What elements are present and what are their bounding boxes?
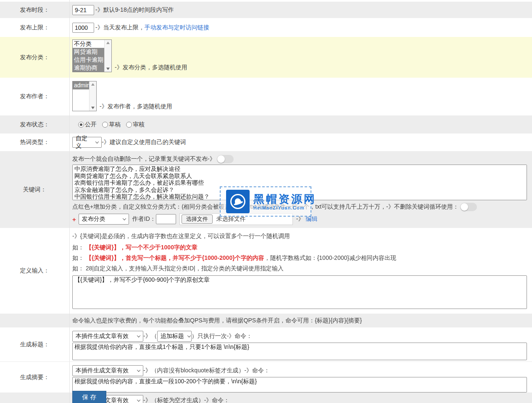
chevron-down-icon [137, 334, 140, 337]
watermark-subtitle: HeiMaoZiYuan.Com [253, 205, 316, 210]
chevron-down-icon [137, 368, 140, 372]
radio-icon[interactable] [126, 122, 132, 128]
radio-review-label: 审核 [133, 121, 145, 128]
define-input-line1: -》{关键词}是必须的，生成内容字数也在这里定义，可以设置多个一行一个随机调用 [72, 233, 532, 240]
hotword-type-desc: -》建议自定义使用自己的关键词 [102, 139, 186, 146]
hat-icon [228, 191, 248, 212]
row-publish-limit: 发布上限： -》当天发布上限， 手动发布与定时访问链接 [0, 18, 532, 37]
example1-red-text: 【{关键词}】，写一个不少于1000字的文章 [86, 244, 198, 251]
radio-public[interactable]: 公开 [78, 121, 97, 128]
radio-checked-icon[interactable] [78, 122, 84, 128]
example2-red-text: 【{关键词}】，首先写一个标题，并写不少于{1000-2000}个字的内容 [86, 254, 264, 261]
publish-category-label: 发布分类： [0, 37, 69, 78]
row-publish-author: 发布作者： admin -》发布作者，多选随机使用 [0, 78, 532, 115]
publish-author-label: 发布作者： [0, 78, 69, 115]
row-gen-title: 生成标题： 本插件生成文章有效 -》（ 追加标题 ）只执行一次-》命令： [0, 327, 532, 362]
row-define-input: 定义输入： -》{关键词}是必须的，生成内容字数也在这里定义，可以设置多个一行一… [0, 228, 532, 314]
publish-author-desc: -》发布作者，多选随机使用 [100, 103, 172, 110]
publish-time-desc: -》默认9-18点的时间段内写作 [95, 6, 174, 14]
publish-limit-label: 发布上限： [0, 18, 69, 37]
gen-title-append-select[interactable]: 追加标题 [157, 331, 192, 342]
gen-title-pre: -》（ [143, 332, 157, 340]
publish-limit-input[interactable] [72, 23, 94, 33]
keywords-label: 关键词： [0, 151, 69, 228]
watermark-logo [226, 190, 250, 213]
gen-abstract-command-textarea[interactable] [72, 377, 527, 393]
category-option-selected[interactable]: 网贷逾期 [73, 48, 104, 56]
row-banner: 命令输入也是按字收费的，每个功能都会叠加QPS与费用，请根据QPS条件开启，命令… [0, 314, 532, 327]
gen-title-label: 生成标题： [0, 327, 69, 361]
define-input-example1: 如： 【{关键词}】，写一个不少于1000字的文章 [72, 244, 532, 251]
define-input-example2: 如： 【{关键词}】，首先写一个标题，并写不少于{1000-2000}个字的内容… [72, 254, 532, 262]
manual-publish-link[interactable]: 手动发布与定时访问链接 [145, 24, 209, 31]
define-input-example3: 如： 28|自定义输入，支持输入开头指定分类ID|，指定分类的关键词使用指定输入 [72, 265, 532, 272]
define-input-label: 定义输入： [0, 228, 69, 314]
scroll-down-icon[interactable] [91, 107, 95, 109]
category-option-selected[interactable]: 信用卡逾期 [73, 56, 104, 64]
gen-abstract-mode-value: 本插件生成文章有效 [76, 367, 129, 374]
row-publish-time: 发布时段： -》默认9-18点的时间段内写作 [0, 2, 532, 18]
author-option-selected[interactable]: admin [73, 81, 89, 89]
listbox-scrollbar[interactable] [89, 81, 96, 111]
qps-banner-text: 命令输入也是按字收费的，每个功能都会叠加QPS与费用，请根据QPS条件开启，命令… [72, 317, 362, 324]
radio-icon[interactable] [102, 122, 108, 128]
scroll-down-icon[interactable] [106, 68, 110, 70]
chevron-down-icon [95, 140, 99, 143]
radio-draft-label: 草稿 [109, 121, 121, 128]
chevron-down-icon [123, 217, 126, 220]
settings-page: 发布时段： -》默认9-18点的时间段内写作 发布上限： -》当天发布上限， 手… [0, 0, 532, 403]
row-hotword-type: 热词类型： 自定义 -》建议自定义使用自己的关键词 [0, 133, 532, 151]
author-id-input[interactable] [156, 214, 176, 224]
keywords-toggle1-text: 发布一个就会自动删除一个，记录重复关键词不发布-》 [72, 155, 216, 163]
keyword-loop-toggle[interactable] [460, 203, 477, 211]
watermark-box: 黑帽资源网 HeiMaoZiYuan.Com [220, 186, 311, 217]
gen-title-post: ）只执行一次-》命令： [192, 332, 253, 340]
gen-tag-post: -》（标签为空才生成）-》命令： [143, 397, 229, 403]
radio-review[interactable]: 审核 [126, 121, 145, 128]
row-publish-status: 发布状态： 公开 草稿 审核 [0, 115, 532, 133]
hotword-type-value: 自定义 [76, 135, 92, 150]
gen-title-mode-value: 本插件生成文章有效 [76, 332, 129, 340]
row-gen-abstract: 生成摘要： 本插件生成文章有效 -》（内容没有blockquote标签才生成）-… [0, 362, 532, 393]
author-id-label: 作者ID： [132, 215, 156, 223]
keyword-category-select[interactable]: 发布分类 [79, 214, 129, 225]
hotword-type-label: 热词类型： [0, 133, 69, 151]
gen-abstract-post: -》（内容没有blockquote标签才生成）-》命令： [143, 367, 270, 374]
scroll-up-icon[interactable] [106, 42, 110, 44]
gen-title-command-textarea[interactable] [72, 343, 527, 360]
listbox-scrollbar[interactable] [104, 40, 111, 72]
radio-public-label: 公开 [85, 121, 97, 128]
publish-category-listbox[interactable]: 不分类 网贷逾期 信用卡逾期 逾期协商 [72, 39, 112, 72]
gen-title-mode-select[interactable]: 本插件生成文章有效 [72, 331, 143, 342]
category-option-selected[interactable]: 逾期协商 [73, 64, 104, 72]
publish-status-label: 发布状态： [0, 115, 69, 133]
publish-category-desc: -》发布分类，多选随机使用 [115, 64, 187, 71]
keyword-category-value: 发布分类 [82, 215, 105, 223]
add-category-button[interactable]: + [72, 216, 76, 223]
watermark-title: 黑帽资源网 [253, 193, 316, 205]
gen-abstract-label: 生成摘要： [0, 362, 69, 393]
dedupe-toggle[interactable] [217, 155, 234, 163]
row-publish-category: 发布分类： 不分类 网贷逾期 信用卡逾期 逾期协商 -》发布分类，多选随机使用 [0, 37, 532, 78]
publish-time-label: 发布时段： [0, 2, 69, 18]
publish-author-listbox[interactable]: admin [72, 81, 97, 111]
save-button[interactable]: 保 存 [72, 391, 106, 403]
chevron-down-icon [137, 398, 140, 401]
gen-abstract-mode-select[interactable]: 本插件生成文章有效 [72, 365, 143, 376]
hotword-type-select[interactable]: 自定义 [72, 137, 102, 148]
chevron-down-icon [187, 334, 190, 337]
publish-time-input[interactable] [72, 5, 94, 15]
radio-draft[interactable]: 草稿 [102, 121, 121, 128]
define-input-textarea[interactable] [72, 275, 527, 309]
publish-limit-desc: -》当天发布上限， [95, 24, 145, 31]
category-option[interactable]: 不分类 [73, 40, 104, 48]
choose-file-button[interactable]: 选择文件 [182, 215, 213, 224]
scroll-up-icon[interactable] [91, 83, 95, 86]
gen-title-append-value: 追加标题 [161, 332, 184, 340]
